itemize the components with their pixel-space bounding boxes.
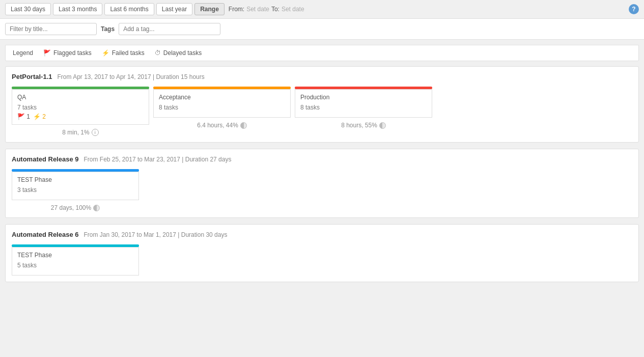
help-icon[interactable]: ? [629, 4, 639, 14]
failed-tasks-label: Failed tasks [112, 49, 145, 57]
stats-text: 6.4 hours, 44% [197, 122, 238, 129]
to-label: To: [271, 6, 279, 13]
phase-name: QA [17, 94, 144, 101]
release-card: PetPortal-1.1From Apr 13, 2017 to Apr 14… [5, 66, 639, 143]
last-6-months-btn[interactable]: Last 6 months [104, 3, 154, 15]
phase-column: TEST Phase3 tasks27 days, 100% [12, 169, 139, 211]
phase-box: Acceptance8 tasks [153, 89, 291, 118]
flag-count: 🚩 1 [17, 113, 30, 120]
phase-stats: 8 min, 1%i [12, 129, 149, 136]
from-label: From: [229, 6, 244, 13]
half-circle-icon [379, 122, 386, 129]
last-30-days-btn[interactable]: Last 30 days [5, 3, 51, 15]
delayed-tasks-label: Delayed tasks [163, 49, 202, 57]
stats-text: 27 days, 100% [51, 204, 91, 211]
phase-column: TEST Phase5 tasks [12, 244, 139, 276]
tag-input[interactable] [119, 23, 220, 35]
phase-stats: 27 days, 100% [12, 204, 139, 211]
phase-box: TEST Phase5 tasks [12, 247, 139, 276]
release-name: Automated Release 6 [12, 231, 79, 238]
phase-name: TEST Phase [17, 252, 133, 259]
top-bar: Last 30 days Last 3 months Last 6 months… [0, 0, 644, 19]
release-header: PetPortal-1.1From Apr 13, 2017 to Apr 14… [12, 73, 632, 80]
to-date[interactable]: Set date [282, 6, 304, 13]
stats-text: 8 hours, 55% [341, 122, 377, 129]
phase-tasks: 5 tasks [17, 262, 133, 269]
phases-row: TEST Phase5 tasks [12, 244, 632, 276]
phase-box: TEST Phase3 tasks [12, 172, 139, 200]
filter-bar: Tags [0, 19, 644, 40]
clock-icon: ⏱ [155, 49, 161, 57]
phase-box: QA7 tasks🚩 1⚡ 2 [12, 89, 149, 125]
release-header: Automated Release 9From Feb 25, 2017 to … [12, 155, 632, 163]
phase-tasks: 7 tasks [17, 104, 144, 111]
phases-row: QA7 tasks🚩 1⚡ 28 min, 1%iAcceptance8 tas… [12, 87, 632, 136]
stats-text: 8 min, 1% [62, 129, 89, 136]
tags-label: Tags [101, 25, 115, 33]
flagged-tasks-legend: 🚩 Flagged tasks [43, 49, 92, 57]
release-name: Automated Release 9 [12, 155, 79, 163]
bolt-icon: ⚡ [102, 49, 109, 57]
last-3-months-btn[interactable]: Last 3 months [53, 3, 102, 15]
phase-stats: 8 hours, 55% [295, 122, 432, 129]
phase-name: TEST Phase [17, 176, 133, 183]
phase-flags-row: 🚩 1⚡ 2 [17, 113, 144, 120]
phase-tasks: 8 tasks [300, 104, 427, 111]
half-circle-icon [93, 205, 100, 211]
phase-tasks: 8 tasks [159, 104, 285, 111]
phase-column: Acceptance8 tasks6.4 hours, 44% [153, 87, 291, 136]
release-dates: From Apr 13, 2017 to Apr 14, 2017 | Dura… [57, 73, 204, 80]
release-header: Automated Release 6From Jan 30, 2017 to … [12, 231, 632, 238]
releases-container: PetPortal-1.1From Apr 13, 2017 to Apr 14… [0, 66, 644, 293]
release-dates: From Jan 30, 2017 to Mar 1, 2017 | Durat… [84, 231, 228, 238]
flag-icon: 🚩 [43, 49, 51, 57]
phase-name: Production [300, 94, 427, 101]
release-dates: From Feb 25, 2017 to Mar 23, 2017 | Dura… [84, 156, 232, 163]
delayed-tasks-legend: ⏱ Delayed tasks [155, 49, 202, 57]
release-card: Automated Release 9From Feb 25, 2017 to … [5, 149, 639, 218]
bolt-count: ⚡ 2 [33, 113, 46, 120]
phase-tasks: 3 tasks [17, 186, 133, 194]
release-card: Automated Release 6From Jan 30, 2017 to … [5, 224, 639, 282]
phase-name: Acceptance [159, 94, 285, 101]
from-date[interactable]: Set date [246, 6, 269, 13]
phase-column: QA7 tasks🚩 1⚡ 28 min, 1%i [12, 87, 149, 136]
phase-column: Production8 tasks8 hours, 55% [295, 87, 432, 136]
release-name: PetPortal-1.1 [12, 73, 52, 80]
legend-bar: Legend 🚩 Flagged tasks ⚡ Failed tasks ⏱ … [5, 45, 639, 61]
last-year-btn[interactable]: Last year [156, 3, 192, 15]
legend-label: Legend [13, 49, 33, 57]
phase-stats: 6.4 hours, 44% [153, 122, 291, 129]
phases-row: TEST Phase3 tasks27 days, 100% [12, 169, 632, 211]
half-circle-icon [240, 122, 247, 129]
info-icon[interactable]: i [92, 129, 99, 136]
failed-tasks-legend: ⚡ Failed tasks [102, 49, 145, 57]
phase-box: Production8 tasks [295, 89, 432, 118]
filter-title-input[interactable] [5, 23, 97, 35]
range-section: From: Set date To: Set date [229, 6, 304, 13]
flagged-tasks-label: Flagged tasks [53, 49, 92, 57]
range-btn[interactable]: Range [194, 3, 225, 15]
